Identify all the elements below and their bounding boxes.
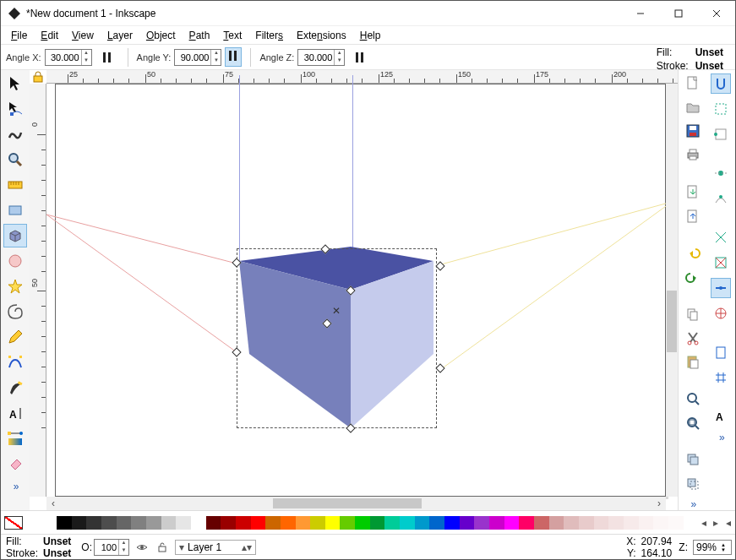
tool-gradient[interactable]: [3, 427, 27, 450]
zoom-fit-button[interactable]: [683, 389, 703, 408]
snap-edge-button[interactable]: [711, 124, 731, 144]
menu-edit[interactable]: Edit: [35, 28, 63, 43]
tool-selector[interactable]: [3, 72, 27, 95]
import-button[interactable]: [683, 182, 703, 201]
zoom-control[interactable]: 99% ▲▼: [693, 540, 732, 555]
redo-button[interactable]: [683, 268, 703, 286]
swatch[interactable]: [117, 516, 132, 530]
commands-more[interactable]: »: [690, 498, 695, 510]
swatch[interactable]: [639, 516, 654, 530]
clone-button[interactable]: [683, 475, 703, 493]
menu-path[interactable]: Path: [184, 28, 215, 43]
swatch[interactable]: [355, 516, 370, 530]
swatch[interactable]: [131, 516, 146, 530]
snap-center-button[interactable]: [711, 253, 731, 273]
menu-view[interactable]: View: [67, 28, 99, 43]
palette-menu[interactable]: ◂: [722, 517, 735, 529]
swatch[interactable]: [504, 516, 520, 530]
tool-eraser[interactable]: [3, 452, 27, 476]
swatch[interactable]: [296, 516, 311, 530]
status-fill-val[interactable]: Unset: [43, 536, 71, 547]
angle-x-input[interactable]: [46, 52, 81, 63]
angle-z-spinbox[interactable]: ▲▼: [297, 49, 345, 66]
swatch[interactable]: [265, 516, 281, 530]
swatch[interactable]: [460, 516, 475, 530]
swatch[interactable]: [251, 516, 266, 530]
duplicate-button[interactable]: [683, 450, 703, 469]
tool-text[interactable]: A: [3, 401, 27, 425]
close-button[interactable]: [697, 1, 735, 26]
angle-z-up[interactable]: ▲: [334, 50, 344, 57]
angle-y-spinbox[interactable]: ▲▼: [174, 49, 221, 66]
swatch[interactable]: [624, 516, 639, 530]
toolbox-more[interactable]: »: [14, 481, 18, 492]
snap-node-button[interactable]: [711, 163, 731, 183]
angle-x-spinbox[interactable]: ▲▼: [45, 49, 92, 66]
snap-enable-button[interactable]: [711, 73, 731, 94]
tool-measure[interactable]: [3, 173, 27, 197]
vp-x-toggle-icon[interactable]: [101, 51, 114, 64]
swatch[interactable]: [325, 516, 341, 530]
status-stroke-val[interactable]: Unset: [43, 547, 71, 559]
tool-calligraphy[interactable]: [3, 376, 27, 400]
print-button[interactable]: [683, 145, 703, 164]
layer-visibility-icon[interactable]: [134, 540, 150, 555]
scroll-right[interactable]: ›: [652, 497, 666, 509]
menu-layer[interactable]: Layer: [102, 28, 138, 43]
snap-page-button[interactable]: [711, 342, 731, 362]
swatch[interactable]: [653, 516, 668, 530]
swatch[interactable]: [489, 516, 504, 530]
tool-tweak[interactable]: [3, 122, 27, 146]
angle-y-up[interactable]: ▲: [210, 50, 221, 57]
swatch[interactable]: [579, 516, 594, 530]
undo-button[interactable]: [683, 243, 703, 262]
swatch[interactable]: [191, 516, 206, 530]
swatch[interactable]: [519, 516, 534, 530]
vertical-scrollbar[interactable]: [666, 84, 678, 497]
angle-y-input[interactable]: [175, 52, 210, 63]
snap-text-button[interactable]: A: [711, 406, 731, 427]
scroll-thumb[interactable]: [667, 291, 677, 352]
tool-zoom[interactable]: [3, 148, 27, 171]
copy-button[interactable]: [683, 304, 703, 323]
swatch[interactable]: [57, 516, 72, 530]
layer-lock-icon[interactable]: [155, 540, 170, 555]
tool-3dbox[interactable]: [3, 224, 27, 247]
swatch[interactable]: [101, 516, 117, 530]
snap-intersection-button[interactable]: [711, 227, 731, 247]
tool-rectangle[interactable]: [3, 198, 27, 222]
swatch[interactable]: [668, 516, 684, 530]
paste-button[interactable]: [683, 352, 703, 371]
swatch[interactable]: [281, 516, 296, 530]
horizontal-scrollbar[interactable]: ‹ ›: [46, 497, 666, 510]
scroll-thumb[interactable]: [273, 498, 421, 508]
snap-path-button[interactable]: [711, 188, 731, 209]
angle-x-down[interactable]: ▼: [81, 57, 91, 65]
swatch[interactable]: [221, 516, 236, 530]
angle-x-up[interactable]: ▲: [81, 50, 91, 57]
menu-text[interactable]: Text: [218, 28, 247, 43]
maximize-button[interactable]: [659, 1, 697, 26]
tool-node[interactable]: [3, 97, 27, 121]
layer-selector[interactable]: ▾ Layer 1 ▴▾: [175, 540, 256, 555]
snap-more[interactable]: »: [719, 432, 723, 443]
lock-icon[interactable]: [31, 70, 45, 84]
swatch[interactable]: [564, 516, 579, 530]
palette-none[interactable]: [4, 516, 23, 530]
new-document-button[interactable]: [683, 73, 703, 92]
swatch[interactable]: [684, 516, 699, 530]
vp-y-toggle-active[interactable]: [225, 47, 242, 67]
snap-rotation-button[interactable]: [711, 303, 731, 323]
scroll-track[interactable]: [60, 497, 652, 509]
swatch[interactable]: [176, 516, 191, 530]
export-button[interactable]: [683, 206, 703, 225]
angle-y-down[interactable]: ▼: [210, 57, 221, 65]
swatch[interactable]: [146, 516, 161, 530]
swatch[interactable]: [608, 516, 624, 530]
menu-file[interactable]: File: [6, 28, 32, 43]
snap-grid-button[interactable]: [711, 367, 731, 388]
swatch[interactable]: [444, 516, 460, 530]
vp-z-toggle-icon[interactable]: [353, 51, 367, 64]
swatch[interactable]: [384, 516, 400, 530]
swatch[interactable]: [549, 516, 564, 530]
